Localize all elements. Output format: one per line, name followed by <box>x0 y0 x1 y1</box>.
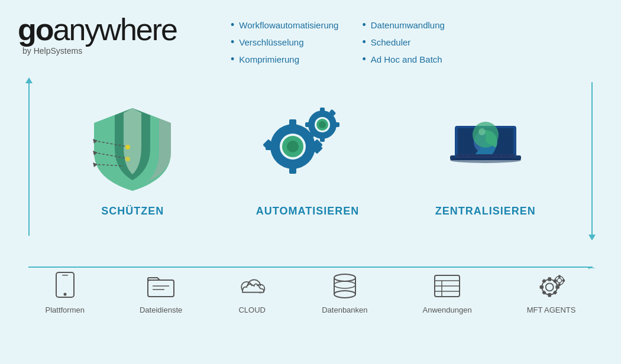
schuetzen-icon <box>85 101 180 196</box>
svg-rect-42 <box>483 155 486 157</box>
feature-5: Scheduler <box>362 36 444 48</box>
svg-rect-46 <box>502 155 505 157</box>
svg-point-61 <box>334 274 355 281</box>
datenbanken-label: Datenbanken <box>322 306 367 314</box>
feature-2: Verschlüsselung <box>231 36 338 48</box>
plattformen-icon <box>50 271 80 301</box>
feature-6: Ad Hoc and Batch <box>362 53 444 66</box>
svg-rect-24 <box>333 122 339 127</box>
logo-area: goanywhere by HelpSystems <box>18 14 219 56</box>
automatisieren-label: AUTOMATISIEREN <box>256 205 359 217</box>
mft-agents-label: MFT AGENTS <box>527 306 576 314</box>
feature-3: Komprimierung <box>231 53 338 66</box>
svg-rect-37 <box>459 155 462 157</box>
svg-rect-75 <box>540 285 544 289</box>
svg-rect-73 <box>548 277 552 281</box>
bottom-items: Plattformen Dateidienste <box>18 271 603 314</box>
svg-rect-25 <box>305 122 312 127</box>
svg-rect-38 <box>464 155 467 157</box>
main-diagram: SCHÜTZEN <box>18 82 603 277</box>
zentralisieren-label: ZENTRALISIEREN <box>435 205 536 217</box>
svg-point-51 <box>63 293 66 296</box>
features-col-right: Datenumwandlung Scheduler Ad Hoc and Bat… <box>362 19 444 70</box>
features-col-left: Workflowautomatisierung Verschlüsselung … <box>231 19 338 70</box>
svg-rect-43 <box>487 155 491 157</box>
logo-go: go <box>18 12 53 47</box>
svg-point-49 <box>478 128 486 135</box>
bottom-anwendungen: Anwendungen <box>423 271 472 314</box>
zentralisieren-item: ZENTRALISIEREN <box>435 101 536 217</box>
svg-rect-39 <box>468 155 472 157</box>
icons-row: SCHÜTZEN <box>18 82 603 236</box>
svg-rect-77 <box>542 279 546 284</box>
svg-rect-41 <box>478 155 481 157</box>
bottom-section: ← Plattformen <box>18 271 603 314</box>
svg-point-48 <box>473 122 499 148</box>
svg-point-62 <box>334 291 355 298</box>
arrow-left-icon: ← <box>586 261 597 274</box>
svg-rect-45 <box>497 155 500 157</box>
svg-rect-53 <box>148 280 174 297</box>
svg-rect-47 <box>506 155 510 157</box>
svg-rect-23 <box>320 135 325 142</box>
bottom-line <box>28 266 593 268</box>
bottom-mft-agents: MFT AGENTS <box>527 271 576 314</box>
feature-4: Datenumwandlung <box>362 19 444 31</box>
header: goanywhere by HelpSystems Workflowautoma… <box>18 14 603 70</box>
svg-rect-83 <box>558 275 561 278</box>
logo-anywhere: anywhere <box>53 12 177 47</box>
automatisieren-icon <box>260 101 355 196</box>
svg-point-7 <box>125 157 130 161</box>
page-container: goanywhere by HelpSystems Workflowautoma… <box>0 0 621 364</box>
plattformen-label: Plattformen <box>45 306 84 314</box>
schuetzen-label: SCHÜTZEN <box>101 205 164 217</box>
svg-rect-11 <box>289 164 296 174</box>
mft-agents-icon <box>536 271 566 301</box>
svg-rect-10 <box>289 119 296 129</box>
anwendungen-icon <box>432 271 462 301</box>
svg-point-29 <box>319 121 326 128</box>
dateidienste-label: Dateidienste <box>140 306 182 314</box>
logo-subtitle: by HelpSystems <box>22 46 219 56</box>
cloud-icon <box>237 271 267 301</box>
bottom-dateidienste: Dateidienste <box>140 271 182 314</box>
svg-rect-84 <box>558 283 561 286</box>
bottom-datenbanken: Datenbanken <box>322 271 367 314</box>
svg-point-19 <box>287 141 299 152</box>
svg-rect-22 <box>320 108 325 114</box>
svg-point-31 <box>450 157 521 163</box>
automatisieren-item: AUTOMATISIEREN <box>256 101 359 217</box>
dateidienste-icon <box>146 271 176 301</box>
svg-rect-44 <box>492 155 496 157</box>
cloud-label: CLOUD <box>238 306 266 314</box>
svg-rect-40 <box>473 155 477 157</box>
svg-point-72 <box>546 283 554 291</box>
bottom-cloud: CLOUD <box>237 271 267 314</box>
zentralisieren-icon <box>438 101 533 196</box>
schuetzen-item: SCHÜTZEN <box>85 101 180 217</box>
bottom-plattformen: Plattformen <box>45 271 84 314</box>
anwendungen-label: Anwendungen <box>423 306 472 314</box>
features-area: Workflowautomatisierung Verschlüsselung … <box>231 19 445 70</box>
svg-rect-86 <box>562 280 565 282</box>
arrow-up-icon <box>28 82 30 236</box>
svg-rect-85 <box>554 280 557 282</box>
svg-rect-74 <box>548 293 552 297</box>
datenbanken-icon <box>330 271 360 301</box>
logo: goanywhere <box>18 14 219 45</box>
arrow-down-icon <box>591 82 593 236</box>
svg-point-65 <box>334 281 355 288</box>
svg-point-6 <box>125 145 130 150</box>
svg-rect-52 <box>62 275 68 276</box>
feature-1: Workflowautomatisierung <box>231 19 338 31</box>
svg-point-82 <box>557 278 561 282</box>
